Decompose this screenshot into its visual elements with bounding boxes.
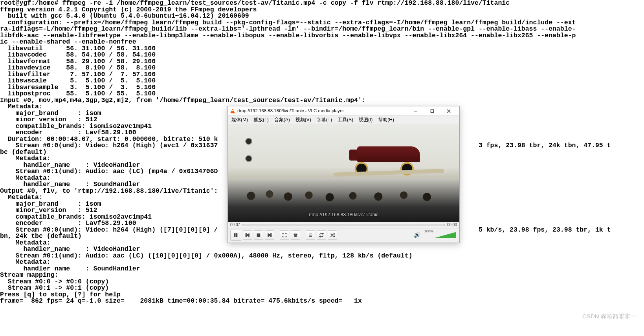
porthole-icon bbox=[245, 138, 252, 145]
fullscreen-button[interactable] bbox=[280, 230, 289, 240]
minimize-button[interactable] bbox=[407, 106, 424, 116]
playlist-button[interactable] bbox=[306, 230, 315, 240]
menu-playback[interactable]: 播放(L) bbox=[251, 116, 271, 124]
maximize-button[interactable] bbox=[424, 106, 440, 116]
svg-marker-9 bbox=[268, 234, 270, 237]
svg-marker-7 bbox=[247, 234, 249, 237]
svg-rect-4 bbox=[235, 234, 235, 237]
menu-media[interactable]: 媒体(M) bbox=[229, 116, 250, 124]
watermark-text: CSDN @响箭零零一 bbox=[582, 313, 636, 320]
video-overlay-url: rtmp://192.168.88.180/live/Titanic bbox=[309, 212, 378, 218]
video-car bbox=[349, 138, 432, 173]
video-crowd bbox=[228, 175, 459, 210]
controls-row: 🔊 100% bbox=[228, 228, 459, 241]
svg-rect-8 bbox=[257, 234, 260, 236]
extended-settings-button[interactable] bbox=[291, 230, 300, 240]
vlc-window[interactable]: rtmp://192.168.88.180/live/Titanic - VLC… bbox=[228, 106, 460, 243]
svg-marker-23 bbox=[334, 236, 335, 237]
close-button[interactable] bbox=[440, 106, 457, 116]
svg-marker-21 bbox=[319, 236, 320, 237]
vlc-cone-icon bbox=[230, 109, 235, 113]
svg-rect-10 bbox=[271, 234, 272, 237]
stop-button[interactable] bbox=[254, 230, 263, 240]
pause-button[interactable] bbox=[230, 230, 241, 241]
volume-icon[interactable]: 🔊 bbox=[414, 232, 420, 238]
svg-rect-5 bbox=[236, 234, 237, 237]
menu-tools[interactable]: 工具(S) bbox=[336, 116, 355, 124]
next-button[interactable] bbox=[265, 230, 274, 240]
svg-rect-1 bbox=[431, 110, 434, 112]
vlc-titlebar[interactable]: rtmp://192.168.88.180/live/Titanic - VLC… bbox=[228, 106, 459, 116]
porthole-icon bbox=[245, 155, 252, 162]
menu-video[interactable]: 视频(V) bbox=[294, 116, 313, 124]
volume-percent: 100% bbox=[424, 228, 433, 235]
vlc-window-title: rtmp://192.168.88.180/live/Titanic - VLC… bbox=[237, 108, 407, 114]
menu-help[interactable]: 帮助(H) bbox=[376, 116, 396, 124]
vlc-menubar: 媒体(M) 播放(L) 音频(A) 视频(V) 字幕(T) 工具(S) 视图(I… bbox=[228, 116, 459, 124]
menu-audio[interactable]: 音频(A) bbox=[272, 116, 292, 124]
menu-view[interactable]: 视图(I) bbox=[357, 116, 374, 124]
video-area[interactable]: rtmp://192.168.88.180/live/Titanic bbox=[228, 124, 459, 222]
progress-bar-row: 00:07 00:00 bbox=[228, 222, 459, 228]
svg-marker-20 bbox=[323, 233, 323, 234]
menu-subtitle[interactable]: 字幕(T) bbox=[315, 116, 334, 124]
time-total: 00:00 bbox=[447, 222, 457, 228]
time-elapsed: 00:07 bbox=[230, 222, 240, 228]
svg-marker-22 bbox=[334, 233, 335, 234]
loop-button[interactable] bbox=[317, 230, 326, 240]
previous-button[interactable] bbox=[243, 230, 252, 240]
seek-bar[interactable] bbox=[242, 224, 445, 226]
volume-slider[interactable] bbox=[433, 232, 457, 239]
shuffle-button[interactable] bbox=[328, 230, 337, 240]
